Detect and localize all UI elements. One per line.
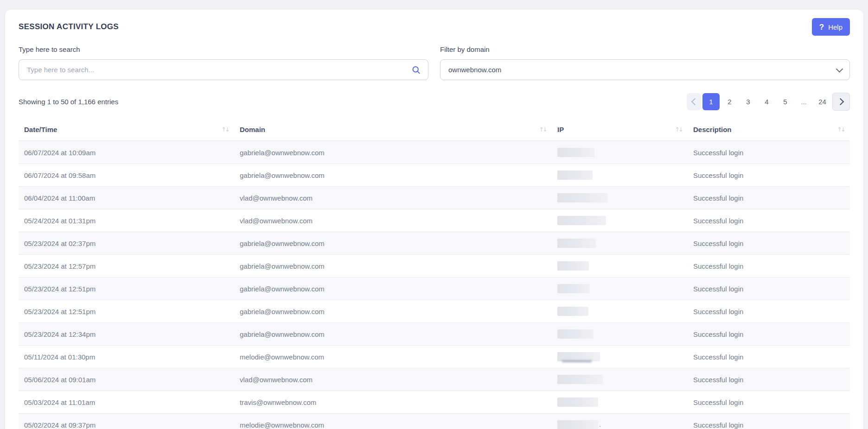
table-row: 05/23/2024 at 12:57pm gabriela@ownwebnow…: [19, 255, 850, 278]
ip-redacted-wrap: [557, 148, 594, 157]
ip-redacted-box: [557, 284, 590, 293]
cell-description: Successful login: [688, 232, 850, 255]
column-header-datetime[interactable]: Date/Time ↑↓: [19, 118, 234, 141]
cell-ip: .: [552, 391, 688, 414]
cell-ip: .: [552, 368, 688, 391]
pagination-pages: 12345...24: [702, 93, 831, 110]
cell-ip: .: [552, 278, 688, 300]
ip-redacted-box: [557, 397, 598, 407]
help-button[interactable]: ? Help: [812, 18, 850, 36]
table-row: 05/06/2024 at 09:01am vlad@ownwebnow.com…: [19, 368, 850, 391]
table-header-row: Date/Time ↑↓ Domain ↑↓ IP ↑↓ Description…: [19, 118, 850, 141]
cell-ip: .: [552, 414, 688, 429]
cell-domain: melodie@ownwebnow.com: [234, 414, 552, 429]
table-row: 05/24/2024 at 01:31pm vlad@ownwebnow.com…: [19, 209, 850, 232]
cell-description: Successful login: [688, 164, 850, 187]
pagination-page-5[interactable]: 5: [777, 93, 794, 110]
session-activity-card: SESSION ACTIVITY LOGS ? Help Type here t…: [5, 10, 863, 429]
domain-select-value: ownwebnow.com: [448, 66, 501, 74]
cell-description: Successful login: [688, 414, 850, 429]
cell-description: Successful login: [688, 300, 850, 323]
cell-domain: travis@ownwebnow.com: [234, 391, 552, 414]
cell-description: Successful login: [688, 323, 850, 346]
cell-ip: .: [552, 232, 688, 255]
ip-redacted-wrap: [557, 420, 598, 429]
table-row: 05/03/2024 at 11:01am travis@ownwebnow.c…: [19, 391, 850, 414]
entries-summary: Showing 1 to 50 of 1,166 entries: [19, 98, 118, 106]
ip-redacted-box: [557, 375, 603, 384]
sort-arrows-icon[interactable]: ↑↓: [539, 126, 548, 133]
cell-description: Successful login: [688, 141, 850, 164]
cell-datetime: 05/03/2024 at 11:01am: [19, 391, 234, 414]
column-header-description[interactable]: Description ↑↓: [688, 118, 850, 141]
cell-datetime: 05/06/2024 at 09:01am: [19, 368, 234, 391]
ip-redacted-wrap: [557, 329, 594, 339]
ip-redacted-wrap: [557, 261, 589, 271]
cell-datetime: 05/23/2024 at 02:37pm: [19, 232, 234, 255]
column-header-ip[interactable]: IP ↑↓: [552, 118, 688, 141]
cell-domain: gabriela@ownwebnow.com: [234, 164, 552, 187]
cell-datetime: 05/11/2024 at 01:30pm: [19, 346, 234, 368]
table-row: 05/23/2024 at 12:34pm gabriela@ownwebnow…: [19, 323, 850, 346]
cell-datetime: 06/04/2024 at 11:00am: [19, 187, 234, 209]
cell-description: Successful login: [688, 278, 850, 300]
ip-redacted-wrap: [557, 307, 588, 316]
cell-domain: gabriela@ownwebnow.com: [234, 232, 552, 255]
cell-datetime: 05/24/2024 at 01:31pm: [19, 209, 234, 232]
cell-ip: .: [552, 300, 688, 323]
search-label: Type here to search: [19, 45, 428, 53]
chevron-right-icon: [837, 98, 844, 105]
sort-arrows-icon[interactable]: ↑↓: [837, 126, 846, 133]
cell-domain: gabriela@ownwebnow.com: [234, 323, 552, 346]
pagination-next-button[interactable]: [832, 93, 850, 111]
question-mark-icon: ?: [819, 23, 824, 31]
cell-description: Successful login: [688, 346, 850, 368]
pagination-page-24[interactable]: 24: [814, 93, 831, 110]
ip-redacted-wrap: [557, 284, 590, 293]
cell-ip: .: [552, 346, 688, 368]
cell-description: Successful login: [688, 368, 850, 391]
help-button-label: Help: [828, 23, 842, 31]
cell-description: Successful login: [688, 187, 850, 209]
cell-ip: .: [552, 164, 688, 187]
domain-select[interactable]: ownwebnow.com: [440, 59, 850, 80]
table-row: 05/23/2024 at 12:51pm gabriela@ownwebnow…: [19, 300, 850, 323]
search-input[interactable]: [19, 59, 428, 80]
ip-redacted-box: [557, 170, 593, 180]
pagination-prev-button[interactable]: [687, 93, 701, 110]
cell-domain: vlad@ownwebnow.com: [234, 187, 552, 209]
cell-datetime: 05/23/2024 at 12:34pm: [19, 323, 234, 346]
search-icon[interactable]: [412, 65, 421, 74]
ip-redacted-box: [557, 216, 606, 225]
ip-dot: .: [599, 420, 601, 428]
cell-domain: vlad@ownwebnow.com: [234, 209, 552, 232]
ip-redacted-wrap: [557, 216, 606, 225]
column-header-domain[interactable]: Domain ↑↓: [234, 118, 552, 141]
pagination-page-2[interactable]: 2: [721, 93, 738, 110]
pagination: 12345...24: [687, 93, 850, 111]
pagination-page-4[interactable]: 4: [758, 93, 775, 110]
ip-redacted-box: [557, 352, 600, 361]
chevron-left-icon: [691, 98, 698, 105]
card-header: SESSION ACTIVITY LOGS ? Help: [19, 10, 850, 37]
pagination-page-3[interactable]: 3: [740, 93, 757, 110]
ip-redacted-box: [557, 239, 596, 248]
search-field-group: Type here to search: [19, 45, 428, 80]
session-log-table: Date/Time ↑↓ Domain ↑↓ IP ↑↓ Description…: [19, 118, 850, 429]
ip-redacted-wrap: [557, 397, 598, 407]
ip-redacted-box: [557, 148, 594, 157]
ip-redacted-box: [557, 420, 598, 429]
cell-domain: gabriela@ownwebnow.com: [234, 278, 552, 300]
ip-redacted-wrap: [557, 239, 596, 248]
sort-arrows-icon[interactable]: ↑↓: [675, 126, 684, 133]
cell-datetime: 06/07/2024 at 10:09am: [19, 141, 234, 164]
ip-redacted-wrap: [557, 193, 607, 202]
cell-ip: .: [552, 323, 688, 346]
cell-ip: .: [552, 187, 688, 209]
cell-domain: vlad@ownwebnow.com: [234, 368, 552, 391]
ip-redacted-box: [557, 307, 588, 316]
pagination-ellipsis: ...: [795, 93, 812, 110]
pagination-page-1[interactable]: 1: [702, 93, 720, 110]
ip-redacted-wrap: [557, 375, 603, 384]
sort-arrows-icon[interactable]: ↑↓: [221, 126, 230, 133]
